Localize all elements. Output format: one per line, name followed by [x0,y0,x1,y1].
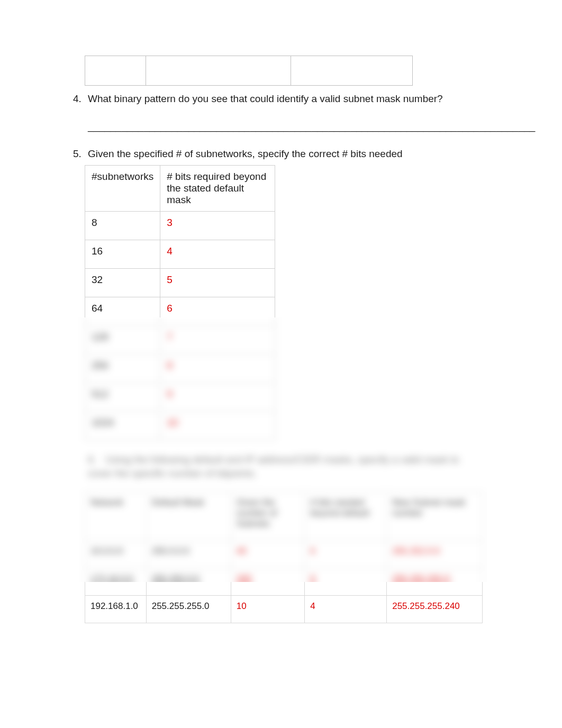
bits-needed-cell: 8 [305,568,387,596]
table-row: 512 9 [85,383,275,412]
bits-needed-cell: 4 [305,596,387,623]
bits-cell: 4 [160,240,275,269]
blurred-content: 6. Using the following default and IP ad… [32,453,530,623]
table-row: 16 4 [85,240,275,269]
subnets-cell: 32 [85,269,160,297]
table-row: 10.0.0.0 255.0.0.0 40 6 255.252.0.0 [85,541,483,568]
subnets-cell: 1024 [85,412,160,440]
bits-cell: 7 [160,326,275,354]
subnets-count-cell: 40 [231,541,304,568]
table-row: 1024 10 [85,412,275,440]
table-row: 172.16.0.0 255.255.0.0 200 8 255.255.255… [85,568,483,596]
worksheet-page: 4. What binary pattern do you see that c… [0,0,562,623]
subnets-cell: 16 [85,240,160,269]
subnet-mask-table: Network Default Mask Given the number of… [85,492,483,623]
bits-cell: 5 [160,269,275,297]
network-cell: 10.0.0.0 [85,541,147,568]
question-number-4: 4. [73,93,88,105]
question-number-6: 6. [88,453,103,467]
default-mask-cell: 255.255.255.0 [146,596,231,623]
new-mask-cell: 255.255.255.0 [387,568,483,596]
question-number-5: 5. [73,148,88,160]
bits-cell: 9 [160,383,275,412]
question-6-text: Using the following default and IP addre… [88,454,459,479]
new-mask-cell: 255.252.0.0 [387,541,483,568]
bits-cell: 6 [160,297,275,326]
table-row: 128 7 [85,326,275,354]
subnet-bits-table: #subnetworks # bits required beyond the … [85,165,275,440]
subnets-count-cell: 10 [231,596,304,623]
big-table-header-c3: Given the number of Subnets [231,492,304,541]
subnets-cell: 64 [85,297,160,326]
subnet-table-header-col1: #subnetworks [85,166,160,212]
top-table-cell [291,56,413,86]
subnet-table-header-col2: # bits required beyond the stated defaul… [160,166,275,212]
new-mask-cell: 255.255.255.240 [387,596,483,623]
network-cell: 172.16.0.0 [85,568,147,596]
bits-cell: 8 [160,354,275,383]
big-table-header-c4: # bits needed beyond default [305,492,387,541]
question-5-text: Given the specified # of subnetworks, sp… [88,148,403,160]
big-table-header-c2: Default Mask [146,492,231,541]
network-cell: 192.168.1.0 [85,596,147,623]
table-row: 256 8 [85,354,275,383]
table-row: 64 6 [85,297,275,326]
subnets-cell: 8 [85,212,160,240]
question-4-text: What binary pattern do you see that coul… [88,93,443,105]
table-row: 192.168.1.0 255.255.255.0 10 4 255.255.2… [85,596,483,623]
default-mask-cell: 255.0.0.0 [146,541,231,568]
top-table-cell [146,56,291,86]
subnets-cell: 128 [85,326,160,354]
bits-cell: 3 [160,212,275,240]
top-table-cell [85,56,146,86]
answer-blank-line: ________________________________________… [88,121,530,132]
bits-needed-cell: 6 [305,541,387,568]
table-row: 32 5 [85,269,275,297]
subnets-cell: 512 [85,383,160,412]
subnets-count-cell: 200 [231,568,304,596]
big-table-header-c5: New Subnet mask number [387,492,483,541]
table-row: 8 3 [85,212,275,240]
subnets-cell: 256 [85,354,160,383]
big-table-header-c1: Network [85,492,147,541]
top-empty-table [85,56,413,86]
bits-cell: 10 [160,412,275,440]
default-mask-cell: 255.255.0.0 [146,568,231,596]
